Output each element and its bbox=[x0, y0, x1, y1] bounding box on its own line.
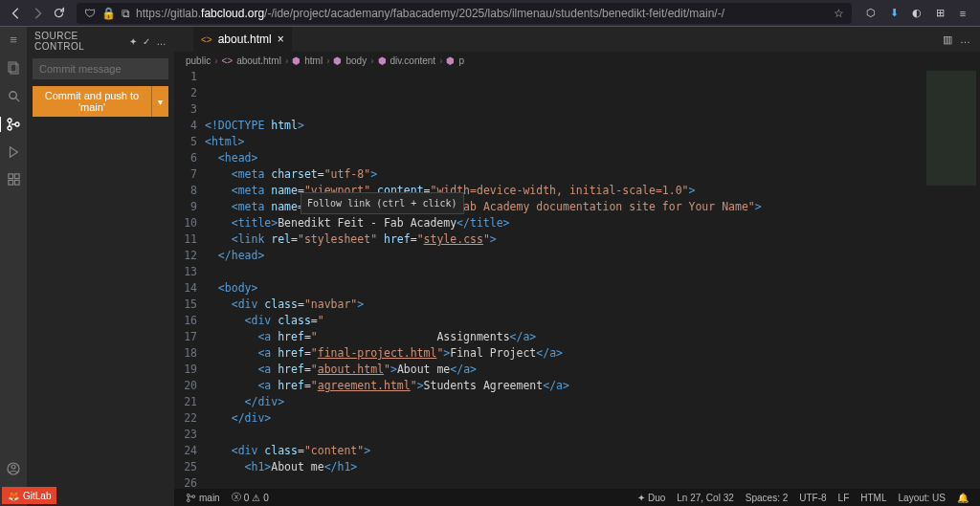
extensions-panel-icon[interactable] bbox=[7, 172, 21, 187]
svg-rect-6 bbox=[8, 174, 12, 179]
lock-icon: 🔒 bbox=[101, 7, 116, 20]
reload-button[interactable] bbox=[48, 3, 69, 24]
sidebar-title: SOURCE CONTROL bbox=[34, 31, 129, 52]
tab-bar: <> about.html × ▥ … bbox=[174, 27, 980, 52]
encoding-indicator[interactable]: UTF-8 bbox=[793, 493, 832, 503]
bookmark-star-icon[interactable]: ☆ bbox=[834, 7, 844, 20]
layout-indicator[interactable]: Layout: US bbox=[893, 493, 951, 503]
svg-point-4 bbox=[8, 126, 11, 130]
svg-point-2 bbox=[9, 92, 16, 99]
pocket-icon[interactable]: ⬡ bbox=[859, 3, 882, 24]
activity-bar: ≡ bbox=[0, 27, 27, 506]
statusbar: main ⓧ 0 ⚠ 0 ✦ Duo Ln 27, Col 32 Spaces:… bbox=[174, 489, 980, 506]
search-icon[interactable] bbox=[7, 89, 21, 103]
extensions-icon[interactable]: ⊞ bbox=[928, 3, 951, 24]
back-button[interactable] bbox=[6, 3, 27, 24]
run-debug-icon[interactable] bbox=[7, 145, 20, 159]
account-icon[interactable]: ◐ bbox=[905, 3, 928, 24]
url-bar[interactable]: 🛡 🔒 ⧉ https://gitlab.fabcloud.org/-/ide/… bbox=[77, 3, 852, 24]
ai-action-icon[interactable]: ✦ bbox=[129, 36, 138, 47]
forward-button[interactable] bbox=[27, 3, 48, 24]
menu-icon[interactable]: ≡ bbox=[951, 3, 974, 24]
language-indicator[interactable]: HTML bbox=[855, 493, 892, 503]
permissions-icon: ⧉ bbox=[122, 7, 130, 20]
url-text: https://gitlab.fabcloud.org/-/ide/projec… bbox=[136, 7, 724, 20]
commit-push-button[interactable]: Commit and push to 'main' bbox=[33, 86, 151, 117]
commit-check-icon[interactable]: ✓ bbox=[143, 36, 151, 47]
problems-indicator[interactable]: ⓧ 0 ⚠ 0 bbox=[226, 491, 275, 504]
duo-indicator[interactable]: ✦ Duo bbox=[632, 493, 671, 503]
svg-rect-7 bbox=[14, 174, 19, 179]
main-editor: <> about.html × ▥ … public› <>about.html… bbox=[174, 27, 980, 506]
minimap[interactable] bbox=[923, 69, 980, 489]
sidebar: SOURCE CONTROL ✦ ✓ … Commit and push to … bbox=[27, 27, 174, 506]
branch-indicator[interactable]: main bbox=[180, 493, 226, 503]
browser-toolbar: 🛡 🔒 ⧉ https://gitlab.fabcloud.org/-/ide/… bbox=[0, 0, 980, 27]
eol-indicator[interactable]: LF bbox=[833, 493, 856, 503]
svg-point-5 bbox=[15, 122, 19, 126]
explorer-icon[interactable] bbox=[6, 60, 21, 76]
link-tooltip: Follow link (ctrl + click) bbox=[301, 192, 464, 214]
svg-point-14 bbox=[187, 498, 189, 501]
tab-about-html[interactable]: <> about.html × bbox=[193, 27, 293, 52]
svg-rect-8 bbox=[8, 180, 12, 185]
svg-point-11 bbox=[11, 465, 15, 469]
commit-message-input[interactable] bbox=[33, 58, 168, 79]
svg-point-15 bbox=[192, 495, 195, 497]
split-editor-icon[interactable]: ▥ bbox=[943, 33, 952, 46]
commit-dropdown-button[interactable]: ▾ bbox=[151, 86, 168, 117]
tab-label: about.html bbox=[218, 33, 272, 46]
shield-icon: 🛡 bbox=[84, 7, 96, 20]
source-control-icon[interactable] bbox=[0, 117, 26, 132]
gitlab-badge[interactable]: 🦊 GitLab bbox=[2, 487, 56, 504]
downloads-icon[interactable]: ⬇ bbox=[882, 3, 905, 24]
account-circle-icon[interactable] bbox=[6, 461, 21, 476]
more-actions-icon[interactable]: … bbox=[157, 36, 167, 47]
close-icon[interactable]: × bbox=[278, 33, 284, 46]
file-icon: <> bbox=[201, 34, 212, 45]
tab-more-icon[interactable]: … bbox=[960, 33, 970, 45]
cursor-position[interactable]: Ln 27, Col 32 bbox=[671, 493, 740, 503]
svg-point-13 bbox=[187, 494, 189, 496]
svg-rect-9 bbox=[14, 180, 19, 185]
breadcrumb[interactable]: public› <>about.html› ⬢html› ⬢body› ⬢div… bbox=[174, 52, 980, 69]
notifications-icon[interactable]: 🔔 bbox=[951, 493, 974, 503]
menu-toggle-icon[interactable]: ≡ bbox=[10, 33, 17, 47]
code-editor[interactable]: 1234567891011121314151617181920212223242… bbox=[174, 69, 980, 489]
indent-indicator[interactable]: Spaces: 2 bbox=[740, 493, 793, 503]
svg-point-3 bbox=[8, 119, 11, 122]
